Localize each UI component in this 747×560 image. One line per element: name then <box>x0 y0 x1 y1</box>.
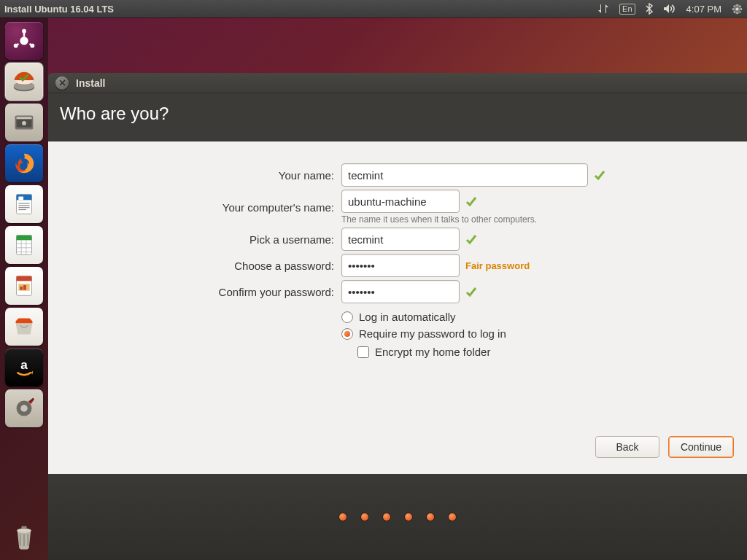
svg-point-10 <box>22 121 26 125</box>
launcher-writer[interactable] <box>5 185 43 223</box>
page-heading: Who are you? <box>48 93 747 141</box>
svg-rect-27 <box>21 526 27 529</box>
footer-buttons: Back Continue <box>58 433 737 464</box>
gear-icon[interactable] <box>732 4 743 15</box>
launcher-dash[interactable] <box>5 22 43 60</box>
progress-dot <box>449 513 456 521</box>
window-title-text: Install <box>76 77 105 89</box>
password-input[interactable] <box>341 254 460 277</box>
confirm-password-label: Confirm your password: <box>58 286 336 298</box>
clock[interactable]: 4:07 PM <box>686 4 721 15</box>
check-icon <box>594 169 605 181</box>
network-icon[interactable] <box>597 4 609 14</box>
encrypt-checkbox[interactable] <box>357 346 369 358</box>
continue-button[interactable]: Continue <box>668 436 734 458</box>
launcher-files[interactable] <box>5 104 43 141</box>
launcher-installer[interactable] <box>5 63 43 101</box>
svg-point-1 <box>20 36 28 44</box>
user-form: Your name: Your computer's name: The nam… <box>58 163 737 358</box>
launcher-calc[interactable] <box>5 226 43 264</box>
your-name-input[interactable] <box>341 163 588 187</box>
indicator-area: En 4:07 PM <box>597 3 743 15</box>
keyboard-indicator[interactable]: En <box>619 4 635 15</box>
check-icon <box>465 233 477 245</box>
top-panel: Install Ubuntu 16.04 LTS En 4:07 PM <box>0 0 747 18</box>
svg-rect-20 <box>20 287 23 290</box>
progress-dot <box>339 513 347 521</box>
launcher-firefox[interactable] <box>5 144 43 182</box>
launcher-amazon[interactable]: a <box>5 349 43 386</box>
slideshow-area <box>48 474 747 560</box>
login-require-radio[interactable] <box>341 328 353 340</box>
window-header: Install <box>48 73 747 93</box>
check-icon <box>465 195 477 207</box>
computer-name-label: Your computer's name: <box>58 201 336 214</box>
svg-point-26 <box>17 529 31 533</box>
confirm-password-input[interactable] <box>341 280 460 303</box>
computer-name-input[interactable] <box>341 190 460 213</box>
unity-launcher: a <box>0 18 48 560</box>
login-require-option[interactable]: Require my password to log in <box>341 327 737 340</box>
svg-rect-14 <box>18 197 23 201</box>
launcher-impress[interactable] <box>5 267 43 305</box>
progress-dot <box>405 513 412 521</box>
login-auto-label: Log in automatically <box>359 311 456 323</box>
encrypt-option[interactable]: Encrypt my home folder <box>357 346 737 358</box>
launcher-trash[interactable] <box>5 518 43 556</box>
launcher-settings[interactable] <box>5 389 43 427</box>
launcher-software[interactable] <box>5 308 43 346</box>
check-icon <box>465 286 477 298</box>
password-label: Choose a password: <box>58 260 336 272</box>
heading-text: Who are you? <box>60 104 169 123</box>
sound-icon[interactable] <box>663 4 676 14</box>
progress-dot <box>427 513 434 521</box>
progress-dot <box>361 513 368 521</box>
svg-rect-9 <box>17 117 32 119</box>
username-label: Pick a username: <box>58 233 336 246</box>
bluetooth-icon[interactable] <box>646 3 653 15</box>
password-strength: Fair password <box>465 260 530 271</box>
close-icon[interactable] <box>55 77 69 90</box>
login-auto-radio[interactable] <box>341 311 353 323</box>
svg-text:a: a <box>20 358 28 372</box>
content-area: Your name: Your computer's name: The nam… <box>48 141 747 474</box>
svg-rect-21 <box>23 285 26 290</box>
login-require-label: Require my password to log in <box>359 327 506 340</box>
svg-point-24 <box>20 405 28 412</box>
progress-dot <box>383 513 390 521</box>
your-name-label: Your name: <box>58 169 336 182</box>
svg-rect-18 <box>17 276 32 281</box>
back-button[interactable]: Back <box>595 436 659 458</box>
computer-name-hint: The name it uses when it talks to other … <box>341 214 737 225</box>
username-input[interactable] <box>341 228 460 251</box>
svg-rect-16 <box>17 236 32 241</box>
window-title: Install Ubuntu 16.04 LTS <box>4 4 114 15</box>
installer-window: Install Who are you? Your name: Your com… <box>48 73 747 560</box>
login-auto-option[interactable]: Log in automatically <box>341 311 737 323</box>
encrypt-label: Encrypt my home folder <box>375 346 490 358</box>
